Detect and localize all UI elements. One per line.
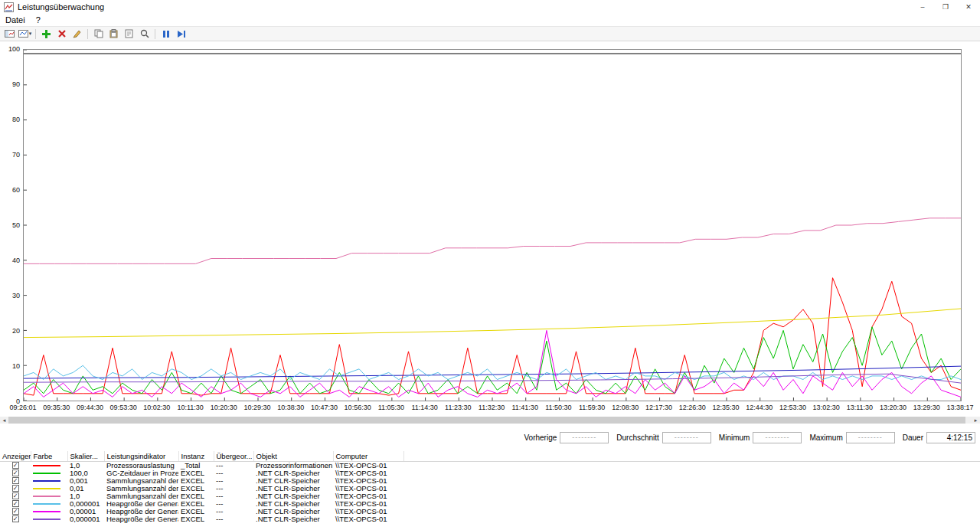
minimize-button[interactable]: –	[911, 0, 934, 14]
x-axis-label: 12:17:30	[645, 404, 672, 411]
show-checkbox[interactable]: ✓	[12, 492, 19, 499]
x-axis-label: 10:56:30	[345, 404, 371, 411]
legend-cell-scale: 0,001	[67, 477, 104, 485]
legend-cell-show: ✓	[0, 485, 31, 492]
scroll-right-button[interactable]: ►	[972, 417, 980, 424]
stat-label-dauer: Dauer	[903, 433, 923, 442]
paste-counter-list-icon[interactable]	[106, 28, 121, 41]
stat-value-vorherige: --------	[560, 432, 609, 443]
legend-cell-color	[31, 500, 67, 508]
x-axis-label: 13:02:30	[813, 404, 840, 411]
legend-cell-filler	[403, 469, 980, 477]
delete-counter-icon[interactable]	[54, 28, 69, 41]
highlight-icon[interactable]	[70, 28, 84, 41]
y-axis-label: 70	[12, 151, 20, 159]
color-swatch	[33, 519, 60, 520]
legend-row[interactable]: ✓0,00001Heapgröße der Generatio...EXCEL-…	[0, 508, 980, 515]
series-sammlungsanzahl-gen2	[24, 218, 961, 264]
legend-header-0[interactable]: Anzeigen	[0, 451, 31, 461]
chart-plot	[23, 49, 962, 401]
legend-cell-show: ✓	[0, 515, 31, 523]
legend-row[interactable]: ✓1,0Sammlungsanzahl der Ge...EXCEL---.NE…	[0, 492, 980, 500]
legend-cell-scale: 0,01	[67, 485, 104, 492]
menubar: Datei ?	[0, 14, 980, 26]
close-button[interactable]: ✕	[957, 0, 980, 14]
legend-cell-counter: Heapgröße der Generatio...	[104, 500, 178, 508]
chart-horizontal-scrollbar[interactable]: ◄ ►	[0, 417, 980, 424]
x-axis-label: 12:35:30	[712, 404, 739, 411]
show-checkbox[interactable]: ✓	[12, 485, 19, 492]
legend-header-1[interactable]: Farbe	[31, 451, 67, 461]
freeze-display-icon[interactable]	[158, 28, 173, 41]
legend-cell-instance: EXCEL	[178, 469, 214, 477]
legend-cell-instance: EXCEL	[178, 492, 214, 500]
add-counter-icon[interactable]	[39, 28, 54, 41]
legend-header-7[interactable]: Computer	[333, 451, 403, 461]
color-swatch	[33, 488, 60, 489]
y-axis-label: 100	[8, 45, 20, 53]
properties-icon[interactable]	[122, 28, 136, 41]
y-axis-label: 10	[12, 362, 20, 370]
legend-row[interactable]: ✓0,000001Heapgröße der Generatio...EXCEL…	[0, 515, 980, 523]
legend-row[interactable]: ✓1,0Prozessorauslastung_Total---Prozesso…	[0, 461, 980, 469]
update-data-icon[interactable]	[174, 28, 188, 41]
stat-value-maximum: --------	[846, 432, 895, 443]
view-current-activity-icon[interactable]	[2, 28, 17, 41]
show-checkbox[interactable]: ✓	[12, 508, 19, 515]
zoom-icon[interactable]	[137, 28, 152, 41]
show-checkbox[interactable]: ✓	[12, 469, 19, 476]
show-checkbox[interactable]: ✓	[12, 477, 19, 484]
legend-header-6[interactable]: Objekt	[253, 451, 333, 461]
x-axis-label: 13:11:30	[847, 404, 873, 411]
legend-row[interactable]: ✓0,000001Heapgröße der Generatio...EXCEL…	[0, 500, 980, 508]
x-axis-label: 11:41:30	[512, 404, 538, 411]
legend-row[interactable]: ✓0,01Sammlungsanzahl der Ge...EXCEL---.N…	[0, 485, 980, 492]
legend-row[interactable]: ✓100,0GC-Zeitdauer in ProzentEXCEL---.NE…	[0, 469, 980, 477]
legend-cell-instance: EXCEL	[178, 508, 214, 515]
stats-bar: Vorherige--------Durchschnitt--------Min…	[0, 430, 980, 445]
x-axis-label: 09:53:30	[110, 404, 137, 411]
legend-cell-counter: Sammlungsanzahl der Ge...	[104, 492, 178, 500]
x-axis-label: 13:29:30	[913, 404, 940, 411]
legend-cell-color	[31, 485, 67, 492]
legend-cell-counter: Prozessorauslastung	[104, 461, 178, 469]
scrollbar-track[interactable]	[8, 417, 972, 424]
legend-cell-parent: ---	[214, 515, 253, 523]
legend-cell-scale: 0,000001	[67, 500, 104, 508]
scrollbar-thumb[interactable]	[8, 417, 965, 424]
show-checkbox[interactable]: ✓	[12, 515, 19, 522]
y-axis-label: 30	[12, 292, 20, 299]
legend-cell-object: Prozessorinformationen	[253, 461, 333, 469]
legend-cell-show: ✓	[0, 469, 31, 477]
legend-cell-show: ✓	[0, 492, 31, 500]
stat-value-durchschnitt: --------	[662, 432, 711, 443]
legend-cell-show: ✓	[0, 477, 31, 485]
maximize-button[interactable]: ❐	[934, 0, 957, 14]
legend-cell-object: .NET CLR-Speicher	[253, 500, 333, 508]
legend-header-3[interactable]: Leistungsindikator	[104, 451, 178, 461]
x-axis-label: 10:20:30	[211, 404, 237, 411]
legend-header-2[interactable]: Skalier...	[67, 451, 104, 461]
legend-cell-show: ✓	[0, 500, 31, 508]
scroll-left-button[interactable]: ◄	[0, 417, 8, 424]
legend-header-5[interactable]: Übergeor...	[214, 451, 253, 461]
legend-cell-scale: 0,00001	[67, 508, 104, 515]
menu-datei[interactable]: Datei	[0, 15, 31, 25]
copy-properties-icon[interactable]	[91, 28, 106, 41]
stat-label-maximum: Maximum	[809, 433, 842, 442]
series-sammlungsanzahl-gen1	[24, 309, 961, 338]
legend-row[interactable]: ✓0,001Sammlungsanzahl der Ge...EXCEL---.…	[0, 477, 980, 485]
legend-cell-computer: \\TEX-OPCS-01	[333, 515, 403, 523]
legend-cell-object: .NET CLR-Speicher	[253, 492, 333, 500]
legend-cell-scale: 0,000001	[67, 515, 104, 523]
show-checkbox[interactable]: ✓	[12, 500, 19, 507]
dropdown-arrow-icon[interactable]: ▾	[29, 31, 32, 37]
app-icon	[4, 2, 14, 12]
menu-help[interactable]: ?	[31, 15, 46, 25]
legend-header-filler	[403, 451, 980, 461]
show-checkbox[interactable]: ✓	[12, 462, 19, 469]
x-axis-label: 11:50:30	[545, 404, 571, 411]
chart-type-icon[interactable]: ▾	[18, 28, 32, 41]
legend-header-4[interactable]: Instanz	[178, 451, 214, 461]
window-title: Leistungsüberwachung	[18, 2, 104, 11]
